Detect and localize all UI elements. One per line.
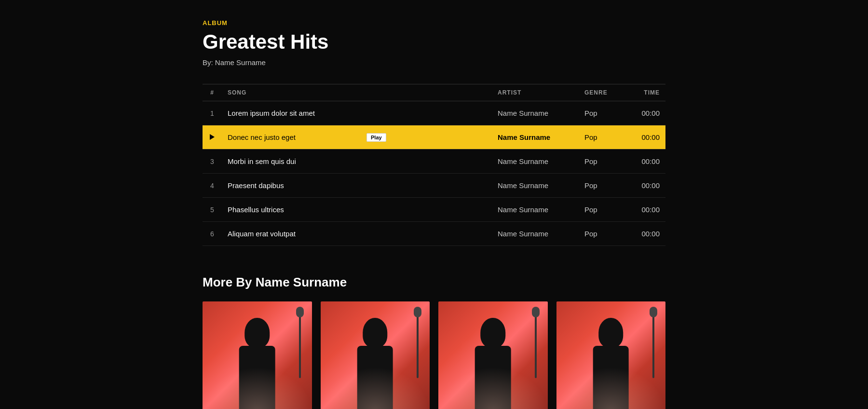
haze-effect [203,367,312,409]
track-artist: Name Surname [492,101,579,125]
track-artist: Name Surname [492,150,579,174]
more-by-section: More By Name Surname [203,275,665,409]
haze-effect [438,367,548,409]
track-genre: Pop [579,150,627,174]
album-card[interactable] [203,301,312,409]
page-container: ALBUM Greatest Hits By: Name Surname # S… [193,0,675,409]
play-tooltip: Play [366,133,386,142]
album-label: ALBUM [203,19,665,27]
table-row[interactable]: 4Praesent dapibusName SurnamePop00:00 [203,174,665,198]
play-icon [210,134,215,140]
track-title: Phasellus ultrices [222,198,492,222]
track-time: 00:00 [627,150,665,174]
track-title: Aliquam erat volutpat [222,222,492,246]
track-num: 6 [203,222,222,246]
track-title: Lorem ipsum dolor sit amet [222,101,492,125]
table-row[interactable]: 6Aliquam erat volutpatName SurnamePop00:… [203,222,665,246]
album-card[interactable] [321,301,430,409]
col-header-time: TIME [627,84,665,101]
track-title: Praesent dapibus [222,174,492,198]
track-num: 1 [203,101,222,125]
col-header-genre: GENRE [579,84,627,101]
track-title: Donec nec justo egetPlay [222,125,492,150]
track-artist: Name Surname [492,125,579,150]
track-num: 4 [203,174,222,198]
artist-prefix: By: [203,58,213,67]
track-time: 00:00 [627,222,665,246]
track-num: 5 [203,198,222,222]
track-title: Morbi in sem quis dui [222,150,492,174]
track-time: 00:00 [627,174,665,198]
table-row[interactable]: 5Phasellus ultricesName SurnamePop00:00 [203,198,665,222]
track-time: 00:00 [627,198,665,222]
album-card[interactable] [556,301,666,409]
album-card-image [203,301,312,409]
track-genre: Pop [579,101,627,125]
album-card-image [556,301,666,409]
track-genre: Pop [579,174,627,198]
track-time: 00:00 [627,125,665,150]
track-num: 3 [203,150,222,174]
track-time: 00:00 [627,101,665,125]
track-artist: Name Surname [492,198,579,222]
album-card-image [321,301,430,409]
artist-name-value: Name Surname [215,58,266,67]
track-artist: Name Surname [492,222,579,246]
track-table: # SONG ARTIST GENRE TIME 1Lorem ipsum do… [203,84,665,246]
album-card[interactable] [438,301,548,409]
album-title: Greatest Hits [203,30,665,54]
table-row[interactable]: 1Lorem ipsum dolor sit ametName SurnameP… [203,101,665,125]
col-header-song: SONG [222,84,492,101]
album-card-image [438,301,548,409]
col-header-artist: ARTIST [492,84,579,101]
table-row[interactable]: 3Morbi in sem quis duiName SurnamePop00:… [203,150,665,174]
col-header-num: # [203,84,222,101]
table-header-row: # SONG ARTIST GENRE TIME [203,84,665,101]
track-list: 1Lorem ipsum dolor sit ametName SurnameP… [203,101,665,246]
album-artist-line: By: Name Surname [203,58,665,67]
haze-effect [556,367,666,409]
track-genre: Pop [579,222,627,246]
table-row[interactable]: Donec nec justo egetPlayName SurnamePop0… [203,125,665,150]
more-by-title: More By Name Surname [203,275,665,290]
haze-effect [321,367,430,409]
album-cards [203,301,665,409]
album-header: ALBUM Greatest Hits By: Name Surname [203,19,665,67]
track-genre: Pop [579,125,627,150]
track-artist: Name Surname [492,174,579,198]
track-genre: Pop [579,198,627,222]
track-num [203,125,222,150]
